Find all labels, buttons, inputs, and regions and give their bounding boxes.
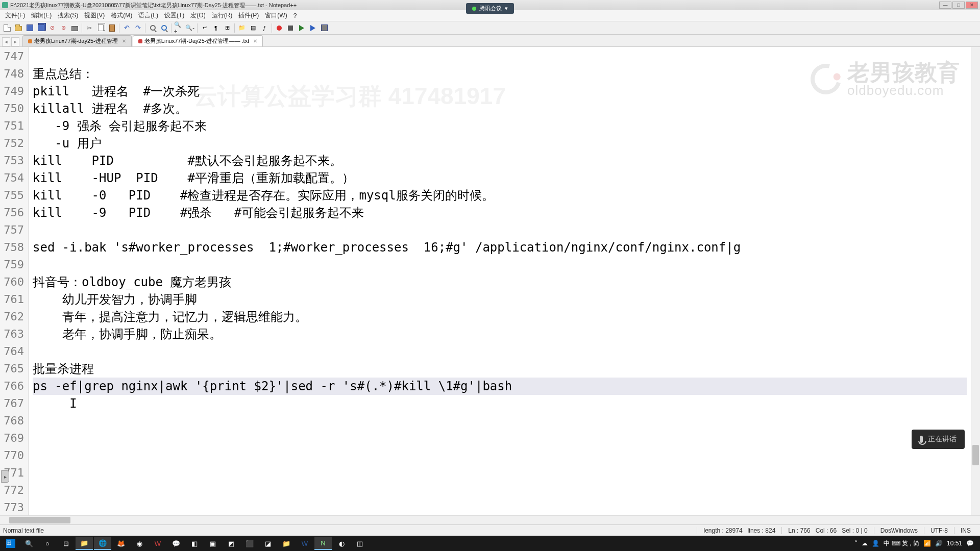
redo-button[interactable]: ↷ bbox=[133, 23, 143, 33]
code-line[interactable] bbox=[33, 221, 967, 239]
code-line[interactable]: I bbox=[33, 395, 967, 412]
minimize-button[interactable]: — bbox=[939, 2, 951, 9]
menu-plugins[interactable]: 插件(P) bbox=[235, 10, 262, 21]
taskbar-app-generic-1[interactable]: ◧ bbox=[186, 537, 203, 550]
code-line[interactable] bbox=[33, 430, 967, 447]
code-line[interactable]: 老年，协调手脚，防止痴呆。 bbox=[33, 325, 967, 343]
menu-window[interactable]: 窗口(W) bbox=[262, 10, 290, 21]
play-multi-button[interactable] bbox=[308, 23, 318, 33]
meeting-floating-bar[interactable]: 腾讯会议 ▾ bbox=[466, 3, 514, 14]
chevron-down-icon[interactable]: ▾ bbox=[505, 5, 508, 12]
cut-button[interactable]: ✂ bbox=[84, 23, 94, 33]
code-line[interactable] bbox=[33, 412, 967, 430]
tray-volume-icon[interactable]: 🔊 bbox=[935, 540, 943, 547]
menu-edit[interactable]: 编辑(E) bbox=[28, 10, 55, 21]
zoom-in-button[interactable]: 🔍+ bbox=[174, 23, 184, 33]
menu-file[interactable]: 文件(F) bbox=[2, 10, 28, 21]
code-line[interactable]: 青年，提高注意力，记忆力，逻辑思维能力。 bbox=[33, 308, 967, 325]
menu-format[interactable]: 格式(M) bbox=[108, 10, 135, 21]
menu-settings[interactable]: 设置(T) bbox=[161, 10, 187, 21]
fold-handle[interactable]: ▸ bbox=[1, 470, 9, 483]
tray-people-icon[interactable]: 👤 bbox=[872, 540, 879, 547]
maximize-button[interactable]: □ bbox=[952, 2, 965, 9]
taskbar-app-wps[interactable]: W bbox=[149, 537, 166, 550]
code-line[interactable]: -u 用户 bbox=[33, 135, 967, 152]
menu-help[interactable]: ? bbox=[290, 11, 300, 20]
code-line[interactable]: sed -i.bak 's#worker_processes 1;#worker… bbox=[33, 239, 967, 256]
close-button[interactable]: ✕ bbox=[966, 2, 978, 9]
tab-inactive[interactable]: 老男孩Linux77期-day25-进程管理 ✕ bbox=[22, 35, 132, 46]
indent-guide-button[interactable]: ⊞ bbox=[222, 23, 232, 33]
code-line[interactable] bbox=[33, 482, 967, 499]
code-line[interactable]: 批量杀进程 bbox=[33, 360, 967, 378]
close-all-button[interactable]: ⊗ bbox=[58, 23, 68, 33]
code-line[interactable]: kill PID #默认不会引起服务起不来。 bbox=[33, 152, 967, 169]
replace-button[interactable] bbox=[159, 23, 169, 33]
menu-language[interactable]: 语言(L) bbox=[135, 10, 161, 21]
code-line[interactable]: 幼儿开发智力，协调手脚 bbox=[33, 291, 967, 308]
code-line[interactable]: pkill 进程名 #一次杀死 bbox=[33, 83, 967, 100]
tab-close-icon[interactable]: ✕ bbox=[253, 38, 257, 44]
tray-notifications-icon[interactable]: 💬 bbox=[966, 540, 974, 547]
tray-onedrive-icon[interactable]: ☁ bbox=[862, 540, 868, 547]
taskbar-app-firefox[interactable]: 🦊 bbox=[112, 537, 130, 550]
text-content[interactable]: 重点总结：pkill 进程名 #一次杀死killall 进程名 #多次。 -9 … bbox=[29, 47, 971, 515]
task-view-button[interactable]: ⊡ bbox=[57, 537, 75, 550]
save-all-button[interactable] bbox=[36, 23, 46, 33]
tab-close-icon[interactable]: ✕ bbox=[122, 38, 126, 44]
vertical-scrollbar[interactable] bbox=[971, 47, 980, 515]
taskbar-app-wechat[interactable]: 💬 bbox=[167, 537, 185, 550]
taskbar-app-generic-3[interactable]: ◩ bbox=[223, 537, 240, 550]
taskbar-app-explorer[interactable]: 📁 bbox=[76, 537, 93, 550]
undo-button[interactable]: ↶ bbox=[121, 23, 132, 33]
taskbar-app-tencent[interactable]: ◐ bbox=[333, 537, 350, 550]
tray-chevron-icon[interactable]: ˄ bbox=[854, 540, 857, 547]
tab-active[interactable]: 老男孩Linux77期-Day25-进程管理—— .txt ✕ bbox=[133, 35, 263, 46]
taskbar-app-word[interactable]: W bbox=[296, 537, 313, 550]
play-macro-button[interactable] bbox=[297, 23, 307, 33]
code-line[interactable]: -9 强杀 会引起服务起不来 bbox=[33, 117, 967, 135]
code-line[interactable] bbox=[33, 447, 967, 464]
code-line[interactable]: killall 进程名 #多次。 bbox=[33, 100, 967, 117]
record-macro-button[interactable] bbox=[274, 23, 284, 33]
code-line[interactable]: 抖音号：oldboy_cube 魔方老男孩 bbox=[33, 273, 967, 291]
tab-next-button[interactable]: ► bbox=[11, 37, 19, 46]
show-chars-button[interactable]: ¶ bbox=[211, 23, 221, 33]
tray-clock[interactable]: 10:51 bbox=[947, 540, 962, 547]
copy-button[interactable] bbox=[95, 23, 106, 33]
taskbar-app-generic-5[interactable]: ◫ bbox=[351, 537, 369, 550]
code-line[interactable] bbox=[33, 464, 967, 482]
code-line[interactable]: kill -HUP PID #平滑重启（重新加载配置。） bbox=[33, 169, 967, 187]
taskbar-app-xshell[interactable]: ⬛ bbox=[241, 537, 258, 550]
code-line[interactable] bbox=[33, 499, 967, 515]
taskbar-app-generic-2[interactable]: ▣ bbox=[204, 537, 222, 550]
horizontal-scrollbar[interactable] bbox=[0, 515, 980, 524]
speaking-popup[interactable]: 正在讲话 bbox=[912, 430, 965, 449]
code-line[interactable]: kill -0 PID #检查进程是否存在。实际应用，mysql服务关闭的时候。 bbox=[33, 187, 967, 204]
taskbar-app-edge[interactable]: 🌐 bbox=[94, 537, 111, 550]
paste-button[interactable] bbox=[107, 23, 117, 33]
code-line[interactable] bbox=[33, 343, 967, 360]
close-file-button[interactable]: ⊘ bbox=[47, 23, 57, 33]
tray-network-icon[interactable]: 📶 bbox=[923, 540, 931, 547]
print-button[interactable] bbox=[69, 23, 80, 33]
wordwrap-button[interactable]: ↵ bbox=[200, 23, 210, 33]
start-button[interactable]: ⊞ bbox=[2, 537, 19, 550]
menu-search[interactable]: 搜索(S) bbox=[55, 10, 81, 21]
folder-button[interactable]: 📁 bbox=[237, 23, 247, 33]
tab-prev-button[interactable]: ◄ bbox=[2, 37, 10, 46]
doc-map-button[interactable]: ▤ bbox=[248, 23, 258, 33]
open-file-button[interactable] bbox=[13, 23, 23, 33]
zoom-out-button[interactable]: 🔍- bbox=[185, 23, 195, 33]
menu-view[interactable]: 视图(V) bbox=[81, 10, 108, 21]
new-file-button[interactable] bbox=[2, 23, 12, 33]
save-macro-button[interactable] bbox=[319, 23, 329, 33]
code-line[interactable]: ps -ef|grep nginx|awk '{print $2}'|sed -… bbox=[33, 378, 967, 395]
save-button[interactable] bbox=[24, 23, 35, 33]
code-line[interactable]: kill -9 PID #强杀 #可能会引起服务起不来 bbox=[33, 204, 967, 221]
code-line[interactable] bbox=[33, 256, 967, 273]
line-number-gutter[interactable]: 7477487497507517527537547557567577587597… bbox=[0, 47, 29, 515]
tray-ime[interactable]: 中 ⌨ 英 , 简 bbox=[884, 539, 919, 548]
taskbar-app-chrome[interactable]: ◉ bbox=[131, 537, 148, 550]
taskbar-app-explorer-2[interactable]: 📁 bbox=[278, 537, 295, 550]
